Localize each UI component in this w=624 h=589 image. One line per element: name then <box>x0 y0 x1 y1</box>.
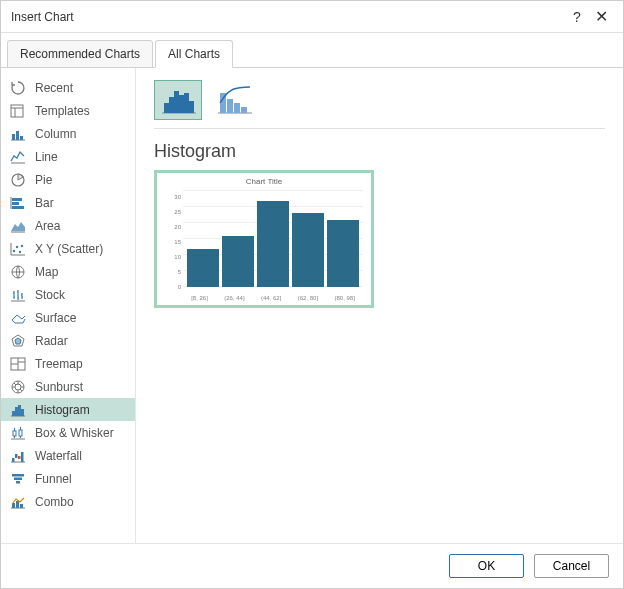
main-panel: Histogram Chart Title 302520151050 [8, 2… <box>136 68 623 543</box>
subtype-row <box>154 80 605 129</box>
sidebar-item-combo[interactable]: Combo <box>1 490 135 513</box>
dialog-title: Insert Chart <box>11 10 565 24</box>
sidebar-item-surface[interactable]: Surface <box>1 306 135 329</box>
svg-point-10 <box>19 250 21 252</box>
pie-icon <box>9 172 27 188</box>
sidebar-item-label: Treemap <box>35 357 83 371</box>
sidebar-item-waterfall[interactable]: Waterfall <box>1 444 135 467</box>
chart-bar <box>257 201 289 287</box>
svg-rect-17 <box>15 407 18 416</box>
svg-rect-22 <box>12 458 15 462</box>
svg-rect-23 <box>15 454 18 458</box>
svg-rect-1 <box>12 134 15 140</box>
tab-all-charts[interactable]: All Charts <box>155 40 233 68</box>
sidebar-item-label: Surface <box>35 311 76 325</box>
tab-row: Recommended Charts All Charts <box>1 33 623 68</box>
svg-rect-2 <box>16 131 19 140</box>
sidebar-item-box-whisker[interactable]: Box & Whisker <box>1 421 135 444</box>
sidebar-item-label: Combo <box>35 495 74 509</box>
svg-rect-30 <box>16 501 19 508</box>
sidebar-item-label: Box & Whisker <box>35 426 114 440</box>
sidebar-item-label: Sunburst <box>35 380 83 394</box>
sidebar-item-label: Line <box>35 150 58 164</box>
sidebar-item-label: Funnel <box>35 472 72 486</box>
cancel-button[interactable]: Cancel <box>534 554 609 578</box>
waterfall-icon <box>9 448 27 464</box>
sidebar-item-funnel[interactable]: Funnel <box>1 467 135 490</box>
svg-rect-31 <box>20 504 23 508</box>
svg-point-8 <box>13 249 15 251</box>
sidebar-item-bar[interactable]: Bar <box>1 191 135 214</box>
svg-rect-24 <box>18 456 21 459</box>
svg-rect-16 <box>12 411 15 416</box>
sidebar-item-treemap[interactable]: Treemap <box>1 352 135 375</box>
sidebar-item-label: Waterfall <box>35 449 82 463</box>
map-icon <box>9 264 27 280</box>
treemap-icon <box>9 356 27 372</box>
chart-preview-title: Chart Title <box>157 177 371 186</box>
svg-rect-25 <box>21 452 24 462</box>
sidebar-item-map[interactable]: Map <box>1 260 135 283</box>
ok-button[interactable]: OK <box>449 554 524 578</box>
sidebar-item-stock[interactable]: Stock <box>1 283 135 306</box>
svg-rect-19 <box>21 409 24 416</box>
svg-rect-40 <box>234 103 240 113</box>
column-icon <box>9 126 27 142</box>
area-icon <box>9 218 27 234</box>
svg-point-9 <box>16 245 18 247</box>
chart-preview-xaxis: [8, 26](26, 44](44, 62](62, 80](80, 98] <box>183 295 363 301</box>
line-icon <box>9 149 27 165</box>
scatter-icon <box>9 241 27 257</box>
pareto-subtype[interactable] <box>210 80 258 120</box>
sidebar-item-radar[interactable]: Radar <box>1 329 135 352</box>
sidebar-item-label: Map <box>35 265 58 279</box>
svg-rect-34 <box>174 91 179 113</box>
sidebar-item-recent[interactable]: Recent <box>1 76 135 99</box>
dialog-footer: OK Cancel <box>1 543 623 588</box>
chart-bar <box>222 236 254 287</box>
svg-rect-6 <box>12 202 19 205</box>
histogram-subtype[interactable] <box>154 80 202 120</box>
sidebar-item-line[interactable]: Line <box>1 145 135 168</box>
svg-point-11 <box>21 244 23 246</box>
combo-icon <box>9 494 27 510</box>
chart-bar <box>187 249 219 287</box>
tab-recommended-charts[interactable]: Recommended Charts <box>7 40 153 68</box>
svg-rect-18 <box>18 405 21 416</box>
svg-rect-20 <box>13 431 16 436</box>
sidebar-item-pie[interactable]: Pie <box>1 168 135 191</box>
surface-icon <box>9 310 27 326</box>
sidebar-item-histogram[interactable]: Histogram <box>1 398 135 421</box>
svg-rect-37 <box>189 101 194 113</box>
close-button[interactable]: ✕ <box>589 7 613 26</box>
chart-bar <box>327 220 359 287</box>
sidebar-item-area[interactable]: Area <box>1 214 135 237</box>
sidebar-item-label: Templates <box>35 104 90 118</box>
funnel-icon <box>9 471 27 487</box>
sidebar-item-label: Stock <box>35 288 65 302</box>
sidebar-item-label: Pie <box>35 173 52 187</box>
sidebar-item-label: Area <box>35 219 60 233</box>
svg-rect-0 <box>11 105 23 117</box>
svg-rect-35 <box>179 95 184 113</box>
chart-preview[interactable]: Chart Title 302520151050 [8, 26](26, 44]… <box>154 170 374 308</box>
sidebar-item-label: Column <box>35 127 76 141</box>
svg-rect-3 <box>20 136 23 140</box>
svg-rect-5 <box>12 198 22 201</box>
svg-rect-28 <box>16 481 20 484</box>
sidebar-item-label: Bar <box>35 196 54 210</box>
help-button[interactable]: ? <box>565 9 589 25</box>
sidebar-item-column[interactable]: Column <box>1 122 135 145</box>
sidebar-item-templates[interactable]: Templates <box>1 99 135 122</box>
sidebar-item-x-y-scatter-[interactable]: X Y (Scatter) <box>1 237 135 260</box>
sidebar-item-sunburst[interactable]: Sunburst <box>1 375 135 398</box>
svg-rect-26 <box>12 474 24 477</box>
chart-preview-plot <box>183 191 363 287</box>
box-icon <box>9 425 27 441</box>
content-area: RecentTemplatesColumnLinePieBarAreaX Y (… <box>1 68 623 543</box>
sidebar-item-label: Histogram <box>35 403 90 417</box>
chart-bar <box>292 213 324 287</box>
radar-icon <box>9 333 27 349</box>
svg-rect-36 <box>184 93 189 113</box>
sunburst-icon <box>9 379 27 395</box>
